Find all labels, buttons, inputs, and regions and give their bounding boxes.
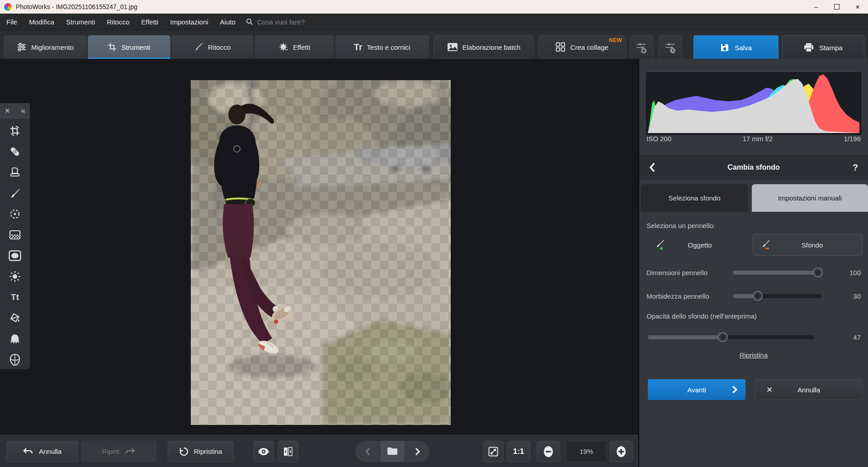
cancel-button[interactable]: ✕ Annulla [755, 379, 863, 400]
menu-ritocco[interactable]: Ritocco [101, 18, 135, 26]
minimize-button[interactable]: ─ [806, 0, 826, 14]
maximize-button[interactable] [826, 0, 847, 14]
menu-aiuto[interactable]: Aiuto [214, 18, 241, 26]
radial-select-tool[interactable] [7, 208, 23, 220]
tab-label: Effetti [293, 43, 310, 51]
ratio-label: 1:1 [513, 447, 524, 456]
tab-label: Miglioramento [31, 43, 74, 51]
brush-softness-value: 30 [853, 292, 861, 300]
opacity-value: 47 [853, 334, 861, 341]
tab-miglioramento[interactable]: Miglioramento [4, 35, 87, 59]
open-folder-button[interactable] [380, 441, 405, 462]
shutter-value: 1/196 [844, 135, 861, 143]
cancel-x-icon: ✕ [766, 385, 773, 395]
healing-patch-tool[interactable] [7, 146, 23, 157]
opacity-row: 47 [646, 332, 861, 343]
palette-collapse-icon[interactable]: « [21, 106, 25, 115]
tab-label: Ritocco [208, 43, 231, 51]
reset-label: Ripristina [194, 448, 222, 455]
brush-softness-slider[interactable] [733, 294, 821, 298]
preset-add-icon [635, 41, 648, 54]
tab-elaborazione-batch[interactable]: Elaborazione batch [434, 35, 534, 59]
redo-button[interactable]: Ripeti [81, 441, 156, 462]
search-input[interactable] [256, 18, 326, 26]
menu-modifica[interactable]: Modifica [23, 18, 60, 26]
menu-strumenti[interactable]: Strumenti [60, 18, 101, 26]
brush-size-label: Dimensioni pennello [646, 269, 708, 276]
slider-knob[interactable] [813, 267, 823, 277]
tab-seleziona-sfondo[interactable]: Seleziona sfondo [641, 184, 748, 212]
tab-effetti[interactable]: Effetti [254, 35, 334, 59]
close-button[interactable]: ✕ [847, 0, 868, 14]
zoom-in-button[interactable] [609, 441, 633, 462]
fit-screen-button[interactable] [483, 441, 504, 462]
redo-icon [125, 448, 136, 456]
menu-effetti[interactable]: Effetti [135, 18, 164, 26]
save-label: Salva [735, 44, 752, 52]
quick-search [246, 18, 326, 26]
object-brush-button[interactable]: Oggetto [647, 234, 743, 256]
print-button[interactable]: Stampa [782, 35, 864, 60]
back-chevron-icon[interactable] [649, 162, 655, 172]
palette-close-icon[interactable]: ✕ [5, 107, 10, 115]
reset-link-wrap: Ripristina [639, 351, 868, 359]
brush-tool[interactable] [7, 187, 23, 199]
tab-crea-collage[interactable]: NEW Crea collage [538, 35, 626, 59]
magic-spark-icon [278, 42, 288, 52]
opacity-label: Opacità dello sfondo (nell'anteprima) [646, 312, 757, 320]
help-icon[interactable]: ? [853, 162, 858, 173]
next-button[interactable]: Avanti [648, 379, 745, 400]
brush-size-slider[interactable] [733, 271, 821, 275]
before-after-button[interactable] [278, 441, 298, 462]
texture-filter-tool[interactable] [7, 229, 23, 241]
zoom-100-button[interactable]: 1:1 [507, 441, 530, 462]
vignette-tool[interactable] [7, 250, 23, 262]
menu-impostazioni[interactable]: Impostazioni [164, 18, 214, 26]
tab-ritocco[interactable]: Ritocco [171, 35, 254, 59]
sliders-icon [17, 42, 27, 52]
brush-remove-icon [760, 239, 771, 251]
fill-tool[interactable] [7, 312, 23, 324]
tab-label: Elaborazione batch [462, 43, 520, 51]
slider-fill [648, 335, 723, 339]
next-label: Avanti [687, 386, 706, 394]
text-tool[interactable]: Tt [7, 291, 23, 303]
slider-knob[interactable] [718, 332, 728, 342]
main-toolbar: Miglioramento Strumenti Ritocco Effetti … [0, 30, 868, 59]
hair-tool[interactable] [7, 333, 23, 345]
tab-strumenti[interactable]: Strumenti [87, 35, 170, 59]
text-tool-glyph: Tt [11, 292, 19, 302]
reset-link[interactable]: Ripristina [740, 351, 768, 359]
light-rays-tool[interactable] [7, 271, 23, 282]
tab-label: Seleziona sfondo [668, 194, 720, 202]
crop-rotate-tool[interactable] [7, 125, 23, 137]
photoworks-app: PhotoWorks - IMG20251106155247_01.jpg ─ … [0, 0, 868, 467]
maximize-icon [834, 4, 840, 10]
preview-original-button[interactable] [253, 441, 274, 462]
preset-history-button[interactable] [659, 35, 682, 60]
zoom-out-button[interactable] [537, 441, 560, 462]
face-tool[interactable] [7, 354, 23, 366]
brush-add-icon [654, 239, 665, 251]
photo-preview[interactable] [191, 80, 451, 425]
reset-button[interactable]: Ripristina [168, 441, 234, 462]
menu-bar: File Modifica Strumenti Ritocco Effetti … [0, 14, 868, 30]
background-brush-button[interactable]: Sfondo [753, 234, 863, 256]
editing-canvas[interactable]: ✕ « [0, 59, 638, 467]
slider-knob[interactable] [753, 291, 763, 301]
menu-file[interactable]: File [0, 18, 23, 26]
tab-testo-cornici[interactable]: Tr Testo e cornici [335, 35, 429, 59]
brush-section-label: Seleziona un pennello: [646, 222, 715, 229]
tab-impostazioni-manuali[interactable]: Impostazioni manuali [752, 184, 868, 212]
next-photo-button[interactable] [405, 441, 429, 462]
prev-photo-button[interactable] [355, 441, 380, 462]
add-preset-button[interactable] [630, 35, 653, 60]
opacity-slider[interactable] [648, 335, 814, 339]
save-button[interactable]: Salva [693, 35, 778, 60]
minus-icon [542, 446, 554, 457]
photo-batch-icon [447, 43, 458, 52]
search-icon [246, 18, 253, 25]
undo-button[interactable]: Annulla [6, 441, 78, 462]
clone-stamp-tool[interactable] [7, 167, 23, 178]
histogram-chart [648, 74, 859, 133]
